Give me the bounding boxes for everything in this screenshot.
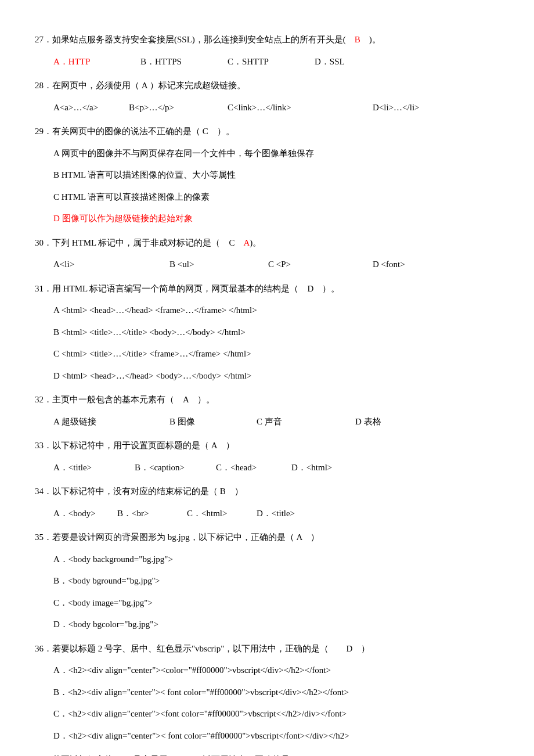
option-line: A．<h2><div align="center"><color="#ff000…	[35, 660, 499, 682]
option-line: A．HTTPB．HTTPSC．SHTTPD．SSL	[35, 51, 499, 73]
option-text: D <font>	[373, 254, 405, 276]
option-text: B．<body bground="bg.jpg''>	[53, 570, 160, 592]
option-line: D．<body bgcolor="bg.jpg">	[35, 614, 499, 636]
question-number: 32．	[35, 395, 52, 404]
option-text: D．SSL	[315, 51, 345, 73]
question-stem: 30．下列 HTML 标记中，属于非成对标记的是（ C A)。	[35, 232, 499, 254]
option-line: D <html> <head>…</head> <body>…</body> <…	[35, 365, 499, 387]
question-stem: 27．如果站点服务器支持安全套接层(SSL)，那么连接到安全站点上的所有开头是(…	[35, 29, 499, 51]
option-text: B．<br>	[117, 503, 187, 525]
option-line: C．<h2><div align="center"><font color="#…	[35, 703, 499, 725]
option-text: C 声音	[257, 411, 355, 433]
question-stem: 31．用 HTML 标记语言编写一个简单的网页，网页最基本的结构是（ D ）。	[35, 278, 499, 300]
option-text: C．<body image="bg.jpg">	[53, 592, 153, 614]
question-stem: 37．若要以加粗宋体、12 号字显示"vbscript"以下用法中，正确的是（ …	[35, 749, 499, 756]
question-number: 34．	[35, 487, 52, 496]
exam-document: 27．如果站点服务器支持安全套接层(SSL)，那么连接到安全站点上的所有开头是(…	[35, 29, 499, 756]
stem-text: 如果站点服务器支持安全套接层(SSL)，那么连接到安全站点上的所有开头是(	[52, 35, 355, 44]
option-line: D．<h2><div align="center">< font color="…	[35, 725, 499, 747]
option-text: C <P>	[268, 254, 373, 276]
stem-text: 主页中一般包含的基本元素有（ A ）。	[52, 395, 215, 404]
option-line: A <html> <head>…</head> <frame>…</frame>…	[35, 300, 499, 322]
question-32: 32．主页中一般包含的基本元素有（ A ）。A 超级链接B 图像C 声音D 表格	[35, 389, 499, 433]
option-line: B．<h2><div align="center">< font color="…	[35, 682, 499, 704]
answer-mark: A	[243, 238, 250, 247]
question-35: 35．若要是设计网页的背景图形为 bg.jpg，以下标记中，正确的是（ A ）A…	[35, 527, 499, 636]
option-line: A 网页中的图像并不与网页保存在同一个文件中，每个图像单独保存	[35, 143, 499, 165]
option-text: C．<html>	[187, 503, 257, 525]
option-text: B<p>…</p>	[129, 97, 228, 119]
question-36: 36．若要以标题 2 号字、居中、红色显示"vbscrip"，以下用法中，正确的…	[35, 638, 499, 747]
question-37: 37．若要以加粗宋体、12 号字显示"vbscript"以下用法中，正确的是（ …	[35, 749, 499, 756]
question-34: 34．以下标记符中，没有对应的结束标记的是（ B ）A．<body>B．<br>…	[35, 481, 499, 524]
question-stem: 33．以下标记符中，用于设置页面标题的是（ A ）	[35, 435, 499, 457]
option-text: A<a>…</a>	[53, 97, 129, 119]
option-text: B．<caption>	[135, 457, 216, 479]
option-text: C HTML 语言可以直接描述图像上的像素	[53, 186, 210, 208]
stem-text: 用 HTML 标记语言编写一个简单的网页，网页最基本的结构是（ D ）。	[52, 284, 340, 293]
question-30: 30．下列 HTML 标记中，属于非成对标记的是（ C A)。A<li>B <u…	[35, 232, 499, 276]
stem-text-post: )。	[250, 238, 261, 247]
option-line: C．<body image="bg.jpg">	[35, 592, 499, 614]
option-line: A<a>…</a>B<p>…</p>C<link>…</link>D<li>…<…	[35, 97, 499, 119]
stem-text-post: )。	[360, 35, 381, 44]
question-number: 30．	[35, 238, 52, 247]
option-line: A．<title>B．<caption>C．<head>D．<html>	[35, 457, 499, 479]
question-31: 31．用 HTML 标记语言编写一个简单的网页，网页最基本的结构是（ D ）。A…	[35, 278, 499, 387]
stem-text: 有关网页中的图像的说法不正确的是（ C ）。	[52, 127, 234, 136]
question-stem: 32．主页中一般包含的基本元素有（ A ）。	[35, 389, 499, 411]
question-number: 27．	[35, 35, 52, 44]
stem-text: 下列 HTML 标记中，属于非成对标记的是（ C	[52, 238, 243, 247]
question-stem: 35．若要是设计网页的背景图形为 bg.jpg，以下标记中，正确的是（ A ）	[35, 527, 499, 549]
question-29: 29．有关网页中的图像的说法不正确的是（ C ）。A 网页中的图像并不与网页保存…	[35, 121, 499, 230]
option-text: B HTML 语言可以描述图像的位置、大小等属性	[53, 164, 236, 186]
option-text: A <html> <head>…</head> <frame>…</frame>…	[53, 300, 257, 322]
question-stem: 29．有关网页中的图像的说法不正确的是（ C ）。	[35, 121, 499, 143]
answer-mark: B	[355, 35, 360, 44]
question-number: 36．	[35, 644, 52, 653]
option-text: D．<body bgcolor="bg.jpg">	[53, 614, 158, 636]
option-text: B 图像	[169, 411, 257, 433]
option-text: B <ul>	[169, 254, 268, 276]
option-text: D．<html>	[291, 457, 332, 479]
question-number: 35．	[35, 532, 52, 542]
option-text: A．<title>	[53, 457, 135, 479]
option-text: D<li>…</li>	[373, 97, 420, 119]
stem-text: 若要是设计网页的背景图形为 bg.jpg，以下标记中，正确的是（ A ）	[52, 532, 319, 542]
option-text: D．<title>	[257, 503, 295, 525]
option-line: C HTML 语言可以直接描述图像上的像素	[35, 186, 499, 208]
option-text: B．HTTPS	[140, 51, 228, 73]
option-text: D．<h2><div align="center">< font color="…	[53, 725, 349, 747]
question-27: 27．如果站点服务器支持安全套接层(SSL)，那么连接到安全站点上的所有开头是(…	[35, 29, 499, 73]
question-number: 29．	[35, 127, 52, 136]
question-33: 33．以下标记符中，用于设置页面标题的是（ A ）A．<title>B．<cap…	[35, 435, 499, 478]
option-text: C．<head>	[216, 457, 291, 479]
option-text: A．HTTP	[53, 51, 140, 73]
option-text: C <html> <title>…</title> <frame>…</fram…	[53, 343, 251, 365]
option-line: A 超级链接B 图像C 声音D 表格	[35, 411, 499, 433]
option-text: A 超级链接	[53, 411, 169, 433]
option-line: B <html> <title>…</title> <body>…</body>…	[35, 322, 499, 344]
option-text: C．SHTTP	[228, 51, 315, 73]
question-number: 33．	[35, 441, 52, 450]
question-number: 31．	[35, 284, 52, 293]
question-28: 28．在网页中，必须使用（ A ）标记来完成超级链接。A<a>…</a>B<p>…	[35, 75, 499, 118]
stem-text: 以下标记符中，没有对应的结束标记的是（ B ）	[52, 487, 243, 496]
option-text: A 网页中的图像并不与网页保存在同一个文件中，每个图像单独保存	[53, 143, 314, 165]
option-line: C <html> <title>…</title> <frame>…</fram…	[35, 343, 499, 365]
option-text: D 表格	[355, 411, 381, 433]
option-text: A．<body background="bg.jpg">	[53, 549, 173, 571]
option-text: D 图像可以作为超级链接的起始对象	[53, 208, 193, 230]
option-text: C<link>…</link>	[228, 97, 373, 119]
stem-text: 若要以标题 2 号字、居中、红色显示"vbscrip"，以下用法中，正确的是（ …	[52, 644, 370, 653]
question-stem: 36．若要以标题 2 号字、居中、红色显示"vbscrip"，以下用法中，正确的…	[35, 638, 499, 660]
stem-text: 在网页中，必须使用（ A ）标记来完成超级链接。	[52, 81, 246, 90]
option-line: B．<body bground="bg.jpg''>	[35, 570, 499, 592]
option-text: B <html> <title>…</title> <body>…</body>…	[53, 322, 246, 344]
option-text: A．<body>	[53, 503, 117, 525]
option-text: D <html> <head>…</head> <body>…</body> <…	[53, 365, 251, 387]
option-text: B．<h2><div align="center">< font color="…	[53, 682, 349, 704]
option-text: A<li>	[53, 254, 169, 276]
question-number: 28．	[35, 81, 52, 90]
stem-text: 以下标记符中，用于设置页面标题的是（ A ）	[52, 441, 234, 450]
